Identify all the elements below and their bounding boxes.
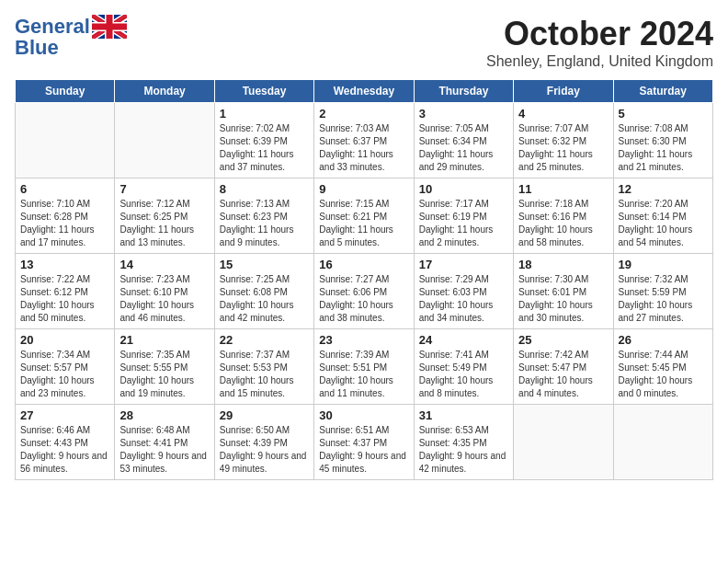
calendar-cell: 15Sunrise: 7:25 AMSunset: 6:08 PMDayligh… (214, 254, 313, 329)
location-title: Shenley, England, United Kingdom (486, 53, 713, 70)
calendar-cell: 30Sunrise: 6:51 AMSunset: 4:37 PMDayligh… (314, 405, 414, 480)
day-number: 29 (220, 408, 309, 422)
calendar-cell: 3Sunrise: 7:05 AMSunset: 6:34 PMDaylight… (414, 103, 513, 178)
logo-blue: Blue (15, 37, 59, 59)
weekday-header-friday: Friday (514, 80, 613, 103)
calendar-cell: 4Sunrise: 7:07 AMSunset: 6:32 PMDaylight… (514, 103, 613, 178)
cell-detail: Sunrise: 7:25 AMSunset: 6:08 PMDaylight:… (220, 273, 309, 325)
day-number: 16 (319, 258, 408, 271)
day-number: 18 (518, 258, 608, 271)
calendar-cell: 21Sunrise: 7:35 AMSunset: 5:55 PMDayligh… (115, 329, 214, 405)
day-number: 31 (419, 408, 508, 422)
cell-detail: Sunrise: 7:07 AMSunset: 6:32 PMDaylight:… (518, 122, 608, 174)
cell-detail: Sunrise: 7:17 AMSunset: 6:19 PMDaylight:… (419, 198, 508, 249)
day-number: 12 (619, 182, 708, 196)
cell-detail: Sunrise: 7:12 AMSunset: 6:25 PMDaylight:… (119, 198, 209, 249)
cell-detail: Sunrise: 7:22 AMSunset: 6:12 PMDaylight:… (20, 273, 109, 325)
calendar-cell: 19Sunrise: 7:32 AMSunset: 5:59 PMDayligh… (613, 254, 712, 329)
cell-detail: Sunrise: 7:18 AMSunset: 6:16 PMDaylight:… (518, 198, 608, 249)
weekday-header-thursday: Thursday (414, 80, 513, 103)
day-number: 23 (319, 333, 408, 347)
calendar-cell: 12Sunrise: 7:20 AMSunset: 6:14 PMDayligh… (613, 178, 712, 254)
day-number: 14 (119, 258, 209, 271)
calendar-cell: 24Sunrise: 7:41 AMSunset: 5:49 PMDayligh… (414, 329, 513, 405)
cell-detail: Sunrise: 7:32 AMSunset: 5:59 PMDaylight:… (619, 273, 708, 325)
day-number: 19 (619, 258, 708, 271)
calendar-cell: 18Sunrise: 7:30 AMSunset: 6:01 PMDayligh… (514, 254, 613, 329)
cell-detail: Sunrise: 7:30 AMSunset: 6:01 PMDaylight:… (518, 273, 608, 325)
day-number: 28 (119, 408, 209, 422)
weekday-header-wednesday: Wednesday (314, 80, 414, 103)
calendar-cell: 10Sunrise: 7:17 AMSunset: 6:19 PMDayligh… (414, 178, 513, 254)
day-number: 13 (20, 258, 109, 271)
day-number: 4 (518, 107, 608, 121)
cell-detail: Sunrise: 6:50 AMSunset: 4:39 PMDaylight:… (220, 424, 309, 476)
calendar-cell: 5Sunrise: 7:08 AMSunset: 6:30 PMDaylight… (613, 103, 712, 178)
page-header: General Blue October 2024 Shenley, Engl (15, 15, 713, 70)
calendar-cell (514, 405, 613, 480)
calendar-cell: 31Sunrise: 6:53 AMSunset: 4:35 PMDayligh… (414, 405, 513, 480)
cell-detail: Sunrise: 7:39 AMSunset: 5:51 PMDaylight:… (319, 349, 408, 400)
cell-detail: Sunrise: 7:29 AMSunset: 6:03 PMDaylight:… (419, 273, 508, 325)
day-number: 9 (319, 182, 408, 196)
day-number: 20 (20, 333, 109, 347)
calendar-cell: 9Sunrise: 7:15 AMSunset: 6:21 PMDaylight… (314, 178, 414, 254)
calendar-cell: 28Sunrise: 6:48 AMSunset: 4:41 PMDayligh… (115, 405, 214, 480)
cell-detail: Sunrise: 7:05 AMSunset: 6:34 PMDaylight:… (419, 122, 508, 174)
logo-general: General (15, 15, 90, 38)
cell-detail: Sunrise: 7:27 AMSunset: 6:06 PMDaylight:… (319, 273, 408, 325)
cell-detail: Sunrise: 7:13 AMSunset: 6:23 PMDaylight:… (220, 198, 309, 249)
calendar-cell: 13Sunrise: 7:22 AMSunset: 6:12 PMDayligh… (16, 254, 115, 329)
day-number: 5 (619, 107, 708, 121)
weekday-header-tuesday: Tuesday (214, 80, 313, 103)
calendar-cell (16, 103, 115, 178)
cell-detail: Sunrise: 7:20 AMSunset: 6:14 PMDaylight:… (619, 198, 708, 249)
weekday-header-monday: Monday (115, 80, 214, 103)
calendar-cell: 25Sunrise: 7:42 AMSunset: 5:47 PMDayligh… (514, 329, 613, 405)
cell-detail: Sunrise: 7:35 AMSunset: 5:55 PMDaylight:… (119, 349, 209, 400)
day-number: 21 (119, 333, 209, 347)
day-number: 24 (419, 333, 508, 347)
calendar-cell: 11Sunrise: 7:18 AMSunset: 6:16 PMDayligh… (514, 178, 613, 254)
weekday-header-sunday: Sunday (16, 80, 115, 103)
day-number: 2 (319, 107, 408, 121)
cell-detail: Sunrise: 7:44 AMSunset: 5:45 PMDaylight:… (619, 349, 708, 400)
calendar-cell: 29Sunrise: 6:50 AMSunset: 4:39 PMDayligh… (214, 405, 313, 480)
calendar-cell: 7Sunrise: 7:12 AMSunset: 6:25 PMDaylight… (115, 178, 214, 254)
calendar-header: SundayMondayTuesdayWednesdayThursdayFrid… (16, 80, 713, 103)
cell-detail: Sunrise: 7:41 AMSunset: 5:49 PMDaylight:… (419, 349, 508, 400)
cell-detail: Sunrise: 6:53 AMSunset: 4:35 PMDaylight:… (419, 424, 508, 476)
day-number: 30 (319, 408, 408, 422)
cell-detail: Sunrise: 7:08 AMSunset: 6:30 PMDaylight:… (619, 122, 708, 174)
day-number: 6 (20, 182, 109, 196)
day-number: 11 (518, 182, 608, 196)
title-area: October 2024 Shenley, England, United Ki… (486, 15, 713, 70)
calendar-cell: 22Sunrise: 7:37 AMSunset: 5:53 PMDayligh… (214, 329, 313, 405)
calendar-cell: 17Sunrise: 7:29 AMSunset: 6:03 PMDayligh… (414, 254, 513, 329)
calendar-cell: 27Sunrise: 6:46 AMSunset: 4:43 PMDayligh… (16, 405, 115, 480)
logo: General Blue (15, 15, 127, 59)
calendar-cell: 20Sunrise: 7:34 AMSunset: 5:57 PMDayligh… (16, 329, 115, 405)
calendar-cell: 6Sunrise: 7:10 AMSunset: 6:28 PMDaylight… (16, 178, 115, 254)
day-number: 26 (619, 333, 708, 347)
cell-detail: Sunrise: 6:46 AMSunset: 4:43 PMDaylight:… (20, 424, 109, 476)
calendar-cell: 8Sunrise: 7:13 AMSunset: 6:23 PMDaylight… (214, 178, 313, 254)
day-number: 3 (419, 107, 508, 121)
cell-detail: Sunrise: 7:42 AMSunset: 5:47 PMDaylight:… (518, 349, 608, 400)
calendar-cell (613, 405, 712, 480)
day-number: 22 (220, 333, 309, 347)
cell-detail: Sunrise: 7:02 AMSunset: 6:39 PMDaylight:… (220, 122, 309, 174)
cell-detail: Sunrise: 7:37 AMSunset: 5:53 PMDaylight:… (220, 349, 309, 400)
cell-detail: Sunrise: 7:10 AMSunset: 6:28 PMDaylight:… (20, 198, 109, 249)
cell-detail: Sunrise: 7:23 AMSunset: 6:10 PMDaylight:… (119, 273, 209, 325)
day-number: 27 (20, 408, 109, 422)
calendar-cell (115, 103, 214, 178)
calendar-cell: 2Sunrise: 7:03 AMSunset: 6:37 PMDaylight… (314, 103, 414, 178)
cell-detail: Sunrise: 7:15 AMSunset: 6:21 PMDaylight:… (319, 198, 408, 249)
calendar-cell: 26Sunrise: 7:44 AMSunset: 5:45 PMDayligh… (613, 329, 712, 405)
day-number: 1 (220, 107, 309, 121)
day-number: 7 (119, 182, 209, 196)
cell-detail: Sunrise: 6:51 AMSunset: 4:37 PMDaylight:… (319, 424, 408, 476)
month-title: October 2024 (486, 15, 713, 53)
calendar-cell: 16Sunrise: 7:27 AMSunset: 6:06 PMDayligh… (314, 254, 414, 329)
